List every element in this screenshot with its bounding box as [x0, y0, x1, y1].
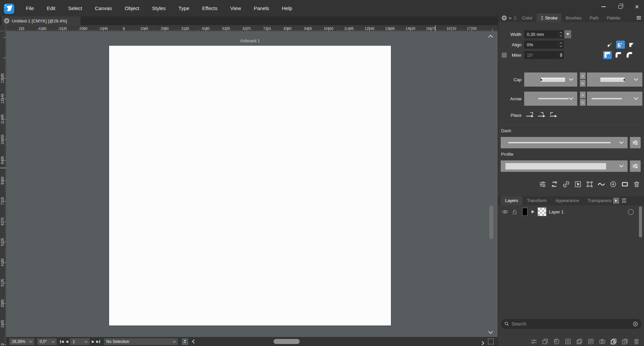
clear-search-icon[interactable] — [633, 321, 638, 327]
menu-item[interactable]: Edit — [40, 5, 62, 11]
menu-item[interactable]: Select — [62, 5, 89, 11]
isolate-square-icon[interactable] — [564, 337, 572, 346]
duplicate-layer-icon[interactable] — [541, 337, 549, 346]
artboard[interactable] — [109, 45, 391, 326]
adjust-sliders-icon[interactable] — [538, 180, 547, 188]
visibility-eye-icon[interactable] — [501, 208, 509, 216]
import-button[interactable] — [182, 339, 188, 345]
layer-target-circle[interactable] — [628, 209, 634, 215]
selection-status-dropdown[interactable]: No Selection — [104, 338, 178, 345]
minimize-button[interactable] — [596, 0, 611, 13]
width-spinner[interactable] — [558, 30, 564, 38]
scroll-right-button[interactable] — [481, 340, 484, 346]
align-spinner[interactable] — [558, 41, 564, 49]
select-cursor-icon[interactable] — [574, 180, 582, 188]
arrow-end-dropdown[interactable] — [587, 92, 642, 106]
menu-item[interactable]: Canvas — [89, 5, 118, 11]
cap-start-dropdown[interactable] — [524, 72, 577, 87]
app-logo-icon[interactable] — [3, 2, 15, 14]
layers-menu-icon[interactable] — [622, 199, 626, 202]
close-document-icon[interactable]: ✕ — [4, 18, 9, 23]
close-window-button[interactable]: ✕ — [630, 0, 644, 13]
menu-item[interactable]: Help — [276, 5, 299, 11]
tab-brushes[interactable]: Brushes — [561, 13, 586, 22]
sync-arrows-icon[interactable] — [550, 180, 558, 188]
align-inside-button[interactable] — [605, 41, 614, 49]
dash-options-button[interactable] — [630, 137, 641, 148]
more-tabs-button[interactable] — [613, 198, 619, 204]
add-circle-icon[interactable] — [609, 180, 617, 188]
panel-grip-icon[interactable] — [514, 16, 516, 20]
cap-copy-back-button[interactable]: < — [580, 80, 586, 87]
miter-spinner[interactable] — [558, 51, 564, 59]
fit-view-button[interactable] — [488, 339, 494, 344]
menu-item[interactable]: Object — [118, 5, 146, 11]
tab-transparency[interactable]: Transparenc — [583, 196, 612, 205]
menu-item[interactable]: Styles — [146, 5, 172, 11]
camera-snapshot-icon[interactable] — [598, 337, 606, 346]
close-panel-icon[interactable]: ✕ — [502, 15, 507, 20]
join-miter-button[interactable] — [603, 51, 612, 59]
tab-stroke[interactable]: Stroke — [537, 13, 562, 22]
scroll-down-button[interactable] — [489, 331, 493, 335]
layer-color-swatch[interactable] — [522, 208, 528, 216]
join-bevel-button[interactable] — [625, 51, 634, 59]
arrow-copy-forward-button[interactable]: > — [580, 92, 586, 98]
mosaic-icon[interactable] — [587, 337, 595, 346]
tab-color[interactable]: Color — [518, 13, 537, 22]
previous-page-button[interactable]: ◀ — [66, 338, 68, 345]
align-center-button[interactable] — [616, 41, 625, 49]
restore-button[interactable] — [613, 0, 628, 13]
layer-thumbnail[interactable] — [538, 207, 546, 216]
cap-end-dropdown[interactable] — [587, 72, 642, 87]
miter-checkbox[interactable] — [502, 53, 507, 58]
scroll-left-button[interactable] — [193, 338, 196, 345]
width-input[interactable]: 0,35 mm — [524, 30, 558, 38]
layer-row[interactable]: Layer 1 — [498, 206, 644, 217]
profile-dropdown[interactable] — [501, 160, 628, 172]
adjust-sliders-icon[interactable] — [530, 337, 538, 346]
expand-layer-icon[interactable] — [532, 210, 534, 213]
ruler-corner[interactable] — [0, 25, 6, 31]
rectangle-frame-icon[interactable] — [621, 180, 629, 188]
scroll-up-button[interactable] — [489, 35, 493, 39]
link-chain-icon[interactable] — [562, 180, 570, 188]
panel-menu-icon[interactable] — [637, 16, 641, 19]
align-input[interactable]: 0% — [524, 41, 558, 49]
blend-circles-icon[interactable] — [552, 337, 561, 346]
artboard-label[interactable]: Artboard 1 — [109, 39, 391, 43]
page-number-dropdown[interactable]: 1 — [70, 338, 90, 345]
arrow-start-dropdown[interactable] — [524, 92, 577, 106]
cap-copy-forward-button[interactable]: > — [580, 72, 586, 79]
align-outside-button[interactable] — [627, 41, 636, 49]
last-page-button[interactable]: ▶ — [96, 338, 100, 345]
place-middle-button[interactable] — [537, 112, 546, 118]
menu-item[interactable]: Type — [172, 5, 196, 11]
width-preset-dropdown[interactable] — [564, 30, 571, 38]
vertical-scrollbar-thumb[interactable] — [489, 205, 493, 239]
trash-icon[interactable] — [632, 337, 641, 346]
search-input[interactable] — [511, 321, 633, 327]
layers-scrollbar-thumb[interactable] — [639, 206, 642, 237]
tab-transform[interactable]: Transform — [523, 196, 551, 205]
place-end-button[interactable] — [526, 112, 534, 118]
first-page-button[interactable]: ◀ — [60, 338, 64, 345]
trash-icon[interactable] — [632, 180, 641, 188]
tab-appearance[interactable]: Appearance — [551, 196, 583, 205]
tab-path[interactable]: Path — [586, 13, 603, 22]
tab-layers[interactable]: Layers — [501, 196, 523, 205]
join-round-button[interactable] — [614, 51, 623, 59]
ruler-vertical[interactable]: 1358512540114951045094058360731562705225… — [0, 31, 6, 346]
search-box[interactable] — [501, 319, 642, 329]
menu-item[interactable]: File — [19, 5, 40, 11]
dash-dropdown[interactable] — [501, 137, 628, 148]
lock-open-icon[interactable] — [510, 208, 519, 216]
new-group-icon[interactable] — [621, 337, 629, 346]
profile-options-button[interactable] — [630, 160, 641, 172]
arrow-copy-back-button[interactable]: < — [580, 99, 586, 106]
next-page-button[interactable]: ▶ — [92, 338, 94, 345]
horizontal-scrollbar-thumb[interactable] — [274, 339, 300, 344]
menu-item[interactable]: View — [224, 5, 247, 11]
tab-palette[interactable]: Palette — [603, 13, 624, 22]
miter-input[interactable]: 15° — [524, 51, 558, 59]
